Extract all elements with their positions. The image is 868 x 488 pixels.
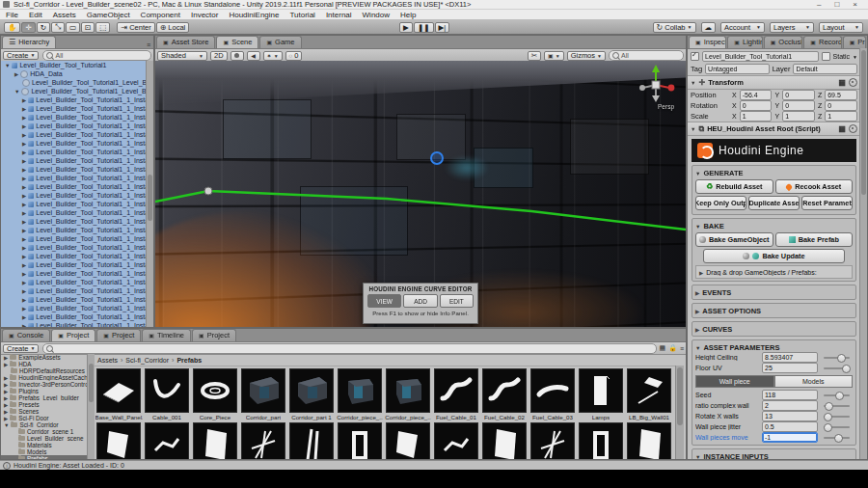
effects-dropdown[interactable]: ✶▼ (263, 51, 283, 61)
folder-houdiniengineassetcache[interactable]: HoudiniEngineAssetCache (1, 374, 87, 381)
param-value-field[interactable]: 25 (762, 363, 818, 373)
scene-viewport[interactable]: Persp HOUDINI ENGINE CURVE EDITOR VIEWAD… (155, 61, 686, 327)
transform-rotation-x[interactable]: 0 (740, 100, 773, 111)
folder-prefabs[interactable]: Prefabs (1, 455, 87, 459)
curves-foldout[interactable]: CURVES (695, 324, 853, 334)
dragdrop-foldout[interactable]: Drag & drop GameObjects / Prefabs: (695, 265, 853, 279)
expand-arrow[interactable] (14, 88, 19, 95)
curve-editor-edit-button[interactable]: EDIT (440, 294, 474, 308)
pivot-toggle[interactable]: ⇥Center (117, 22, 154, 33)
transform-rotation-y[interactable]: 0 (782, 100, 815, 111)
expand-arrow[interactable] (22, 270, 26, 277)
book-icon[interactable]: ▦ (838, 78, 846, 87)
crumb-sci-fi_corridor[interactable]: Sci-fi_Corridor (125, 357, 169, 364)
folder-exampleassets[interactable]: ExampleAssets (1, 354, 87, 361)
folder-sci-fi_corridor[interactable]: Sci-fi_Corridor (1, 421, 87, 428)
asset-item[interactable] (95, 422, 143, 459)
asset-item[interactable] (577, 422, 625, 459)
hierarchy-item[interactable]: Level_Builder_Tool_Tutorial1_1_Instance (1, 243, 147, 252)
expand-arrow[interactable] (22, 305, 26, 312)
expand-arrow[interactable] (22, 261, 26, 268)
hierarchy-item[interactable]: Level_Builder_Tool_Tutorial1_1_Instance (1, 226, 147, 234)
recook-asset-button[interactable]: Recook Asset (775, 179, 854, 194)
persp-label[interactable]: Persp (658, 103, 674, 110)
hierarchy-item[interactable]: Level_Builder_Tool_Tutorial1_Level_Build… (1, 78, 147, 87)
step-button[interactable]: ▶| (435, 22, 450, 33)
hierarchy-item[interactable]: Level_Builder_Tool_Tutorial1_1_Instance (1, 252, 147, 260)
duplicate-asse-button[interactable]: Duplicate Asse (748, 196, 800, 210)
expand-arrow[interactable] (22, 218, 26, 225)
tab-project[interactable]: ▣Project (51, 329, 95, 341)
asset-item[interactable]: Core_Piece (191, 368, 239, 420)
asset-parameters-foldout[interactable]: ASSET PARAMETERS (695, 342, 853, 352)
folder-hda[interactable]: HDA (1, 361, 87, 367)
expand-arrow[interactable] (22, 279, 26, 285)
hierarchy-item[interactable]: Level_Builder_Tool_Tutorial1_1_Instance (1, 104, 147, 113)
close-button[interactable]: × (853, 0, 857, 9)
menu-houdiniengine[interactable]: HoudiniEngine (229, 11, 279, 19)
transform-header[interactable]: ✛ Transform ▦ (688, 75, 860, 90)
tab-timeline[interactable]: ▣Timeline (142, 329, 191, 341)
expand-arrow[interactable] (22, 192, 26, 199)
folder-level_builder_scene[interactable]: Level_Builder_scene (1, 435, 87, 442)
hierarchy-item[interactable]: Level_Builder_Tool_Tutorial1_1_Instance (1, 139, 147, 148)
asset-options-foldout[interactable]: ASSET OPTIONS (695, 306, 853, 315)
account-dropdown[interactable]: Account▼ (720, 22, 765, 33)
scale-tool[interactable]: ⤡ (51, 22, 65, 33)
expand-arrow[interactable] (5, 62, 10, 68)
expand-arrow[interactable] (22, 235, 26, 242)
asset-item[interactable] (480, 422, 529, 459)
hierarchy-item[interactable]: Level_Builder_Tool_Tutorial1_1_Instance (1, 208, 147, 217)
folder-models[interactable]: Models (1, 448, 87, 455)
hierarchy-item[interactable]: Level_Builder_Tool_Tutorial1_1_Instance (1, 182, 147, 191)
tab-pr[interactable]: ▣Pr (843, 36, 866, 48)
asset-item[interactable]: Fuel_Cable_03 (529, 368, 577, 420)
asset-item[interactable]: Base_Wall_Panel.. (95, 368, 143, 420)
menu-internal[interactable]: Internal (326, 11, 352, 19)
hierarchy-item[interactable]: Level_Builder_Tool_Tutorial1_1_Instance (1, 260, 147, 269)
hierarchy-item[interactable]: HDA_Data (1, 69, 147, 78)
reset-paramet-button[interactable]: Reset Paramet (801, 196, 853, 210)
transform-position-y[interactable]: 0 (782, 90, 815, 100)
tree-scrollbar[interactable] (87, 354, 95, 459)
hierarchy-item[interactable]: Level_Builder_Tool_Tutorial1_1_Instance (1, 312, 147, 321)
tab-project[interactable]: ▣Project (96, 329, 141, 341)
crumb-prefabs[interactable]: Prefabs (176, 357, 202, 364)
asset-item[interactable]: Corridor_part (239, 368, 287, 420)
cloud-button[interactable]: ☁ (701, 22, 717, 33)
asset-item[interactable]: Fuel_Cable_02 (480, 368, 529, 420)
transform-scale-x[interactable]: 1 (740, 111, 773, 122)
bake-gameobject-button[interactable]: Bake GameObject (695, 232, 773, 247)
tab-inspector[interactable]: ▣Inspector (689, 36, 726, 48)
expand-arrow[interactable] (22, 114, 26, 121)
hierarchy-item[interactable]: Level_Builder_Tool_Tutorial1_Level_Build… (1, 87, 147, 95)
folder-scenes[interactable]: Scenes (1, 408, 87, 415)
hierarchy-item[interactable]: Level_Builder_Tool_Tutorial1_1_Instance (1, 130, 147, 139)
hierarchy-search-input[interactable]: All (42, 50, 151, 61)
rect-tool[interactable]: ▭ (66, 22, 80, 33)
inspector-scrollbar[interactable] (859, 48, 867, 459)
create-dropdown[interactable]: Create▼ (3, 51, 39, 60)
menu-assets[interactable]: Assets (53, 11, 76, 19)
tool-settings-icon[interactable]: ✂ (528, 51, 541, 61)
project-search-input[interactable] (42, 343, 656, 354)
hierarchy-item[interactable]: Level_Builder_Tool_Tutorial1_1_Instance (1, 200, 147, 208)
expand-arrow[interactable] (4, 381, 8, 388)
maximize-button[interactable]: □ (834, 0, 839, 9)
gear-icon[interactable] (849, 78, 857, 87)
pause-button[interactable]: ❚❚ (414, 22, 434, 33)
transform-position-z[interactable]: 69.5 (825, 90, 857, 100)
grid-scrollbar[interactable] (675, 366, 684, 459)
asset-item[interactable] (143, 422, 191, 459)
expand-arrow[interactable] (22, 122, 26, 129)
slider-knob[interactable] (824, 413, 832, 421)
scene-search-input[interactable]: All (609, 50, 684, 61)
expand-arrow[interactable] (4, 408, 8, 415)
expand-arrow[interactable] (14, 70, 18, 77)
tab-game[interactable]: ▣Game (259, 36, 301, 48)
expand-arrow[interactable] (22, 227, 26, 233)
param-value-field[interactable]: 118 (762, 390, 818, 400)
transform-rotation-z[interactable]: 0 (825, 100, 857, 111)
slider-knob[interactable] (835, 392, 844, 400)
menu-window[interactable]: Window (363, 11, 390, 19)
